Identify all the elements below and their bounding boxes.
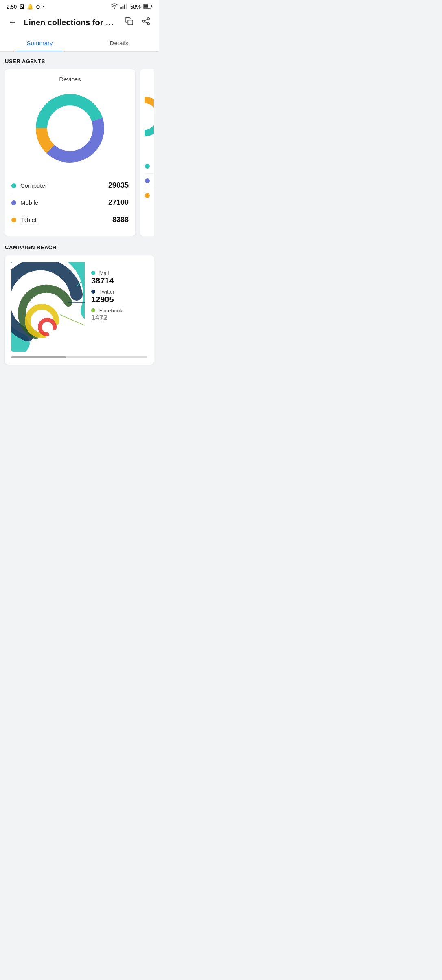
partial-apple: App…	[145, 174, 154, 188]
donut-chart-container	[11, 88, 129, 169]
campaign-chart-area	[11, 262, 85, 352]
mail-value: 38714	[91, 276, 147, 286]
page-content: USER AGENTS Devices	[0, 52, 159, 371]
dot-indicator: •	[43, 4, 45, 10]
wifi-icon	[111, 3, 118, 10]
status-bar: 2:50 🖼 🔔 ⊖ • 58%	[0, 0, 159, 12]
legend-computer: Computer 29035	[11, 177, 129, 194]
twitter-dot	[91, 290, 95, 294]
apple-dot	[145, 178, 150, 183]
partial-donut-svg	[145, 84, 154, 149]
computer-label: Computer	[20, 182, 47, 189]
campaign-radial-chart	[11, 262, 85, 352]
mobile-dot	[11, 200, 16, 205]
back-button[interactable]: ←	[7, 15, 19, 29]
svg-rect-6	[144, 4, 148, 8]
devices-card: Devices Computer	[5, 69, 135, 236]
notification-icon: 🔔	[27, 4, 33, 10]
twitter-value: 12905	[91, 295, 147, 304]
mobile-label: Mobile	[20, 199, 38, 206]
status-left: 2:50 🖼 🔔 ⊖ •	[7, 4, 45, 10]
computer-dot	[11, 183, 16, 188]
devices-card-title: Devices	[11, 76, 129, 83]
partial-outlook: Outl…	[145, 159, 154, 174]
other-dot	[145, 193, 150, 198]
svg-rect-0	[120, 7, 122, 9]
campaign-card: Mail 38714 Twitter 12905	[5, 255, 154, 365]
campaign-reach-heading: CAMPAIGN REACH	[5, 244, 154, 250]
battery-icon	[143, 4, 152, 10]
tablet-dot	[11, 218, 16, 222]
donut-chart	[29, 88, 111, 169]
campaign-legend: Mail 38714 Twitter 12905	[85, 262, 147, 322]
tab-summary[interactable]: Summary	[0, 35, 79, 51]
status-right: 58%	[111, 3, 152, 10]
tab-details[interactable]: Details	[79, 35, 159, 51]
svg-rect-1	[123, 6, 124, 9]
mail-dot	[91, 271, 95, 275]
mobile-value: 27100	[108, 198, 129, 207]
mail-label: Mail	[99, 270, 109, 276]
top-bar: ← Linen collections for y…	[0, 12, 159, 35]
partial-donut	[145, 76, 154, 157]
share-button[interactable]	[140, 15, 152, 30]
svg-line-24	[60, 315, 85, 327]
scrollbar-thumb	[11, 356, 66, 358]
facebook-dot	[91, 308, 95, 312]
facebook-value: 1472	[91, 314, 147, 322]
time: 2:50	[7, 4, 17, 10]
svg-line-12	[145, 19, 147, 21]
tablet-value: 8388	[112, 215, 129, 224]
svg-line-11	[145, 22, 147, 23]
svg-rect-5	[151, 5, 152, 7]
dnd-icon: ⊖	[36, 4, 40, 10]
copy-button[interactable]	[123, 15, 135, 30]
campaign-twitter: Twitter 12905	[91, 289, 147, 304]
tablet-label: Tablet	[20, 216, 37, 223]
page-title: Linen collections for y…	[24, 18, 118, 27]
svg-rect-7	[128, 20, 133, 25]
legend-mobile: Mobile 27100	[11, 194, 129, 211]
campaign-mail: Mail 38714	[91, 270, 147, 286]
svg-rect-2	[124, 5, 125, 9]
scrollbar-track	[11, 356, 147, 358]
signal-icon	[120, 3, 128, 10]
battery-text: 58%	[130, 4, 141, 10]
svg-rect-3	[126, 4, 127, 9]
twitter-label: Twitter	[99, 289, 114, 295]
outlook-dot	[145, 164, 150, 169]
tabs: Summary Details	[0, 35, 159, 52]
facebook-label: Facebook	[99, 308, 123, 314]
computer-value: 29035	[108, 181, 129, 190]
gallery-icon: 🖼	[19, 4, 24, 10]
user-agents-heading: USER AGENTS	[5, 58, 154, 64]
campaign-reach-section: CAMPAIGN REACH	[5, 244, 154, 365]
campaign-facebook: Facebook 1472	[91, 308, 147, 322]
cards-row: Devices Computer	[5, 69, 154, 236]
legend-tablet: Tablet 8388	[11, 211, 129, 228]
partial-other: Othe…	[145, 188, 154, 202]
email-clients-card-partial: Outl… App… Othe…	[140, 69, 154, 236]
